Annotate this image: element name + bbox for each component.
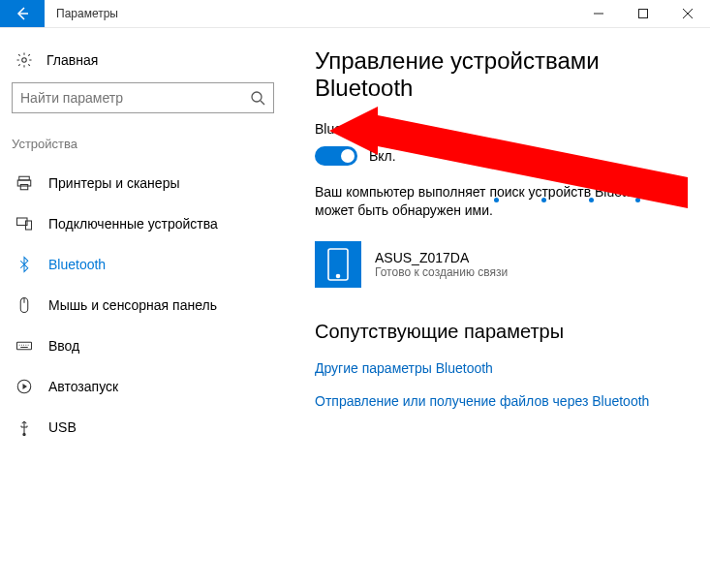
svg-rect-0 bbox=[639, 10, 648, 18]
home-label: Главная bbox=[46, 52, 98, 68]
svg-point-2 bbox=[252, 92, 262, 102]
close-button[interactable] bbox=[665, 0, 710, 27]
device-name: ASUS_Z017DA bbox=[375, 250, 508, 265]
search-icon bbox=[250, 90, 265, 106]
search-box[interactable] bbox=[12, 82, 274, 113]
keyboard-icon bbox=[15, 337, 33, 355]
sidebar: Главная Устройства Принтеры и сканеры По… bbox=[0, 28, 286, 588]
category-label: Устройства bbox=[12, 137, 274, 163]
sidebar-item-label: Мышь и сенсорная панель bbox=[48, 297, 217, 313]
sidebar-item-bluetooth[interactable]: Bluetooth bbox=[12, 244, 274, 285]
sidebar-item-label: USB bbox=[48, 419, 77, 435]
sidebar-item-mouse[interactable]: Мышь и сенсорная панель bbox=[12, 285, 274, 325]
devices-icon bbox=[15, 215, 33, 232]
titlebar: Параметры bbox=[0, 0, 710, 28]
sidebar-item-usb[interactable]: USB bbox=[12, 407, 274, 448]
svg-rect-5 bbox=[20, 185, 28, 190]
phone-icon bbox=[315, 241, 361, 288]
link-more-bluetooth[interactable]: Другие параметры Bluetooth bbox=[315, 360, 689, 376]
usb-icon bbox=[15, 418, 33, 436]
maximize-button[interactable] bbox=[621, 0, 665, 27]
toggle-state-label: Вкл. bbox=[369, 148, 396, 164]
related-title: Сопутствующие параметры bbox=[315, 321, 689, 343]
back-button[interactable] bbox=[0, 0, 45, 27]
sidebar-item-printers[interactable]: Принтеры и сканеры bbox=[12, 163, 274, 203]
device-status: Готово к созданию связи bbox=[375, 265, 508, 279]
gear-icon bbox=[15, 51, 33, 69]
home-link[interactable]: Главная bbox=[12, 46, 274, 82]
bluetooth-icon bbox=[15, 256, 33, 273]
toggle-knob bbox=[341, 149, 355, 163]
device-tile[interactable]: ASUS_Z017DA Готово к созданию связи bbox=[315, 241, 689, 288]
search-input[interactable] bbox=[20, 90, 250, 106]
mouse-icon bbox=[15, 296, 33, 314]
toggle-section-label: Bluetooth bbox=[315, 121, 689, 137]
sidebar-item-label: Bluetooth bbox=[48, 257, 106, 272]
autoplay-icon bbox=[15, 378, 33, 395]
page-title: Управление устройствами Bluetooth bbox=[315, 47, 689, 102]
sidebar-item-label: Подключенные устройства bbox=[48, 216, 218, 232]
bluetooth-toggle[interactable] bbox=[315, 146, 357, 166]
svg-point-11 bbox=[23, 433, 25, 435]
sidebar-item-label: Принтеры и сканеры bbox=[48, 175, 179, 191]
svg-rect-9 bbox=[17, 342, 32, 350]
sidebar-item-typing[interactable]: Ввод bbox=[12, 325, 274, 366]
main-panel: Управление устройствами Bluetooth Blueto… bbox=[286, 28, 710, 588]
progress-dots bbox=[494, 198, 688, 202]
minimize-button[interactable] bbox=[576, 0, 621, 27]
svg-rect-4 bbox=[17, 180, 31, 186]
sidebar-item-connected[interactable]: Подключенные устройства bbox=[12, 203, 274, 244]
sidebar-item-autoplay[interactable]: Автозапуск bbox=[12, 366, 274, 407]
sidebar-item-label: Автозапуск bbox=[48, 379, 118, 394]
svg-point-13 bbox=[337, 274, 340, 277]
sidebar-item-label: Ввод bbox=[48, 338, 79, 354]
svg-point-1 bbox=[22, 58, 27, 63]
window-controls bbox=[576, 0, 710, 27]
printer-icon bbox=[15, 174, 33, 192]
link-send-receive[interactable]: Отправление или получение файлов через B… bbox=[315, 393, 689, 409]
svg-rect-3 bbox=[19, 176, 30, 180]
window-title: Параметры bbox=[45, 0, 576, 27]
